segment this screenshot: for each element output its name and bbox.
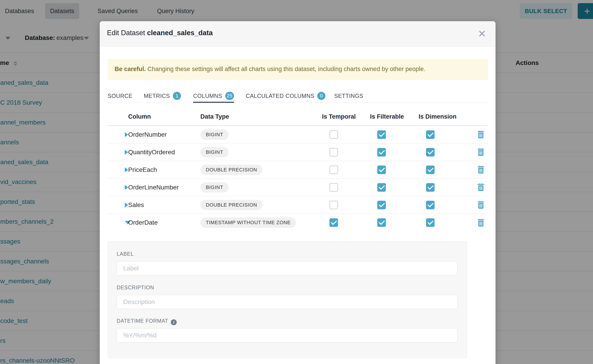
column-row: OrderDate TIMESTAMP WITHOUT TIME ZONE [108,214,488,231]
header-column: Column [128,113,151,120]
is-temporal-checkbox[interactable] [329,201,338,209]
data-type-pill: DOUBLE PRECISION [200,165,263,175]
column-row: OrderLineNumber BIGINT [108,179,488,196]
is-temporal-checkbox[interactable] [329,130,338,139]
tab-metrics[interactable]: METRICS1 [144,89,181,103]
tab-calculated-columns[interactable]: CALCULATED COLUMNS0 [246,89,325,103]
data-type-pill: TIMESTAMP WITHOUT TIME ZONE [200,217,296,228]
expand-caret-icon[interactable] [125,185,128,190]
is-filterable-checkbox[interactable] [377,166,386,174]
warning-bold-text: Be careful. [115,66,146,72]
description-input[interactable] [117,295,457,309]
delete-column-button[interactable] [476,165,485,175]
tab-badge: 0 [317,92,325,100]
header-is-filterable: Is Filterable [370,113,404,120]
expand-caret-icon[interactable] [125,202,128,208]
is-temporal-checkbox[interactable] [329,166,338,174]
trash-icon [477,200,485,209]
header-data-type: Data Type [200,113,229,120]
description-field-label: DESCRIPTION [117,285,154,291]
delete-column-button[interactable] [476,130,485,140]
expand-caret-icon[interactable] [125,150,128,155]
is-dimension-checkbox[interactable] [426,183,435,192]
datetime-format-field-label: DATETIME FORMATi [117,318,177,325]
delete-column-button[interactable] [476,182,485,192]
tab-settings[interactable]: SETTINGS [334,89,363,103]
is-dimension-checkbox[interactable] [426,166,435,174]
data-type-pill: BIGINT [200,130,229,140]
column-row: OrderNumber BIGINT [108,126,488,143]
tab-source[interactable]: SOURCE [108,89,132,103]
is-filterable-checkbox[interactable] [377,130,386,139]
modal-header: Edit Dataset cleaned_sales_data ✕ [100,21,495,46]
column-name: OrderDate [128,219,158,226]
trash-icon [477,165,485,174]
is-dimension-checkbox[interactable] [426,130,435,139]
delete-column-button[interactable] [476,218,485,228]
modal-tabs: SOURCE METRICS1 COLUMNS25 CALCULATED COL… [108,89,488,103]
header-is-temporal: Is Temporal [322,113,356,120]
data-type-pill: BIGINT [200,182,229,193]
column-name: Sales [128,202,144,209]
warning-banner: Be careful. Changing these settings will… [108,59,488,80]
expand-caret-icon[interactable] [125,132,128,137]
column-row: PriceEach DOUBLE PRECISION [108,161,488,179]
column-detail-panel: LABEL DESCRIPTION DATETIME FORMATi [108,241,467,358]
column-name: OrderLineNumber [128,184,179,191]
tab-badge: 25 [225,92,234,100]
columns-table-header: Column Data Type Is Temporal Is Filterab… [100,110,495,125]
tab-badge: 1 [173,92,181,100]
is-temporal-checkbox[interactable] [329,183,338,192]
trash-icon [477,148,485,156]
column-row: QuantityOrdered BIGINT [108,143,488,161]
header-is-dimension: Is Dimension [419,113,456,120]
is-dimension-checkbox[interactable] [426,201,435,209]
is-dimension-checkbox[interactable] [426,218,435,227]
column-name: QuantityOrdered [128,149,175,156]
column-row: Sales DOUBLE PRECISION [108,196,488,214]
edit-dataset-modal: Edit Dataset cleaned_sales_data ✕ Be car… [100,21,495,364]
trash-icon [477,130,485,138]
is-filterable-checkbox[interactable] [377,148,386,156]
tab-columns[interactable]: COLUMNS25 [193,89,234,103]
dataset-name: cleaned_sales_data [147,29,213,37]
column-name: OrderNumber [128,131,167,138]
modal-title: Edit Dataset cleaned_sales_data [107,29,213,37]
column-name: PriceEach [128,166,157,173]
trash-icon [477,183,485,191]
is-filterable-checkbox[interactable] [377,183,386,192]
data-type-pill: DOUBLE PRECISION [200,200,263,210]
is-temporal-checkbox[interactable] [329,218,338,227]
trash-icon [477,218,485,227]
label-field-label: LABEL [117,251,134,257]
data-type-pill: BIGINT [200,147,229,157]
datetime-format-input[interactable] [117,328,457,342]
is-temporal-checkbox[interactable] [329,148,338,156]
is-dimension-checkbox[interactable] [426,148,435,156]
info-icon[interactable]: i [171,319,177,325]
close-icon[interactable]: ✕ [475,27,489,41]
columns-table-body: OrderNumber BIGINT QuantityOrdered BIGIN… [108,126,488,231]
expand-caret-icon[interactable] [125,167,128,172]
is-filterable-checkbox[interactable] [377,201,386,209]
is-filterable-checkbox[interactable] [377,218,386,227]
delete-column-button[interactable] [476,147,485,157]
warning-text: Changing these settings will affect all … [146,66,425,72]
delete-column-button[interactable] [476,200,485,210]
label-input[interactable] [117,261,457,275]
